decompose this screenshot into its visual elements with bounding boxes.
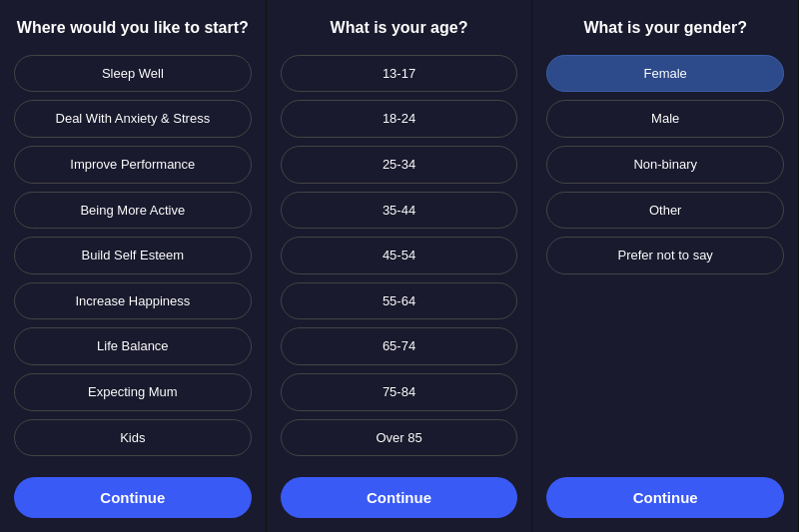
panel2-option-1[interactable]: 18-24 (281, 100, 518, 138)
panel2-option-8[interactable]: Over 85 (281, 419, 518, 457)
panel-age: What is your age? 13-1718-2425-3435-4445… (267, 0, 533, 532)
panel2-option-2[interactable]: 25-34 (281, 146, 518, 184)
panel1-title: Where would you like to start? (17, 18, 249, 39)
panel-start: Where would you like to start? Sleep Wel… (0, 0, 267, 532)
panel2-option-7[interactable]: 75-84 (281, 373, 518, 411)
panel2-option-4[interactable]: 45-54 (281, 237, 518, 274)
panel3-option-3[interactable]: Other (546, 192, 784, 230)
panel1-option-1[interactable]: Deal With Anxiety & Stress (14, 100, 252, 138)
panel3-option-4[interactable]: Prefer not to say (546, 237, 784, 274)
panel3-options: FemaleMaleNon-binaryOtherPrefer not to s… (546, 55, 784, 465)
panel1-option-5[interactable]: Increase Happiness (14, 282, 252, 320)
panel3-title: What is your gender? (583, 18, 747, 39)
panel3-option-1[interactable]: Male (546, 100, 784, 138)
panel1-option-2[interactable]: Improve Performance (14, 146, 252, 184)
panel1-continue-button[interactable]: Continue (14, 477, 252, 518)
panel1-option-4[interactable]: Build Self Esteem (14, 237, 252, 274)
panel2-title: What is your age? (331, 18, 468, 39)
panel1-option-3[interactable]: Being More Active (14, 192, 252, 230)
panel2-option-6[interactable]: 65-74 (281, 327, 518, 365)
panel1-options: Sleep WellDeal With Anxiety & StressImpr… (14, 55, 252, 465)
panel3-option-0[interactable]: Female (546, 55, 784, 93)
panel3-continue-button[interactable]: Continue (546, 477, 784, 518)
panel2-option-3[interactable]: 35-44 (281, 192, 518, 230)
panel3-option-2[interactable]: Non-binary (546, 146, 784, 184)
panel2-option-0[interactable]: 13-17 (281, 55, 518, 93)
panel2-continue-button[interactable]: Continue (281, 477, 518, 518)
panel2-option-5[interactable]: 55-64 (281, 282, 518, 320)
panel1-option-0[interactable]: Sleep Well (14, 55, 252, 93)
panel-gender: What is your gender? FemaleMaleNon-binar… (532, 0, 799, 532)
panel1-option-7[interactable]: Expecting Mum (14, 373, 252, 411)
panel1-option-8[interactable]: Kids (14, 419, 252, 457)
panel1-option-6[interactable]: Life Balance (14, 327, 252, 365)
panel2-options: 13-1718-2425-3435-4445-5455-6465-7475-84… (281, 55, 518, 465)
